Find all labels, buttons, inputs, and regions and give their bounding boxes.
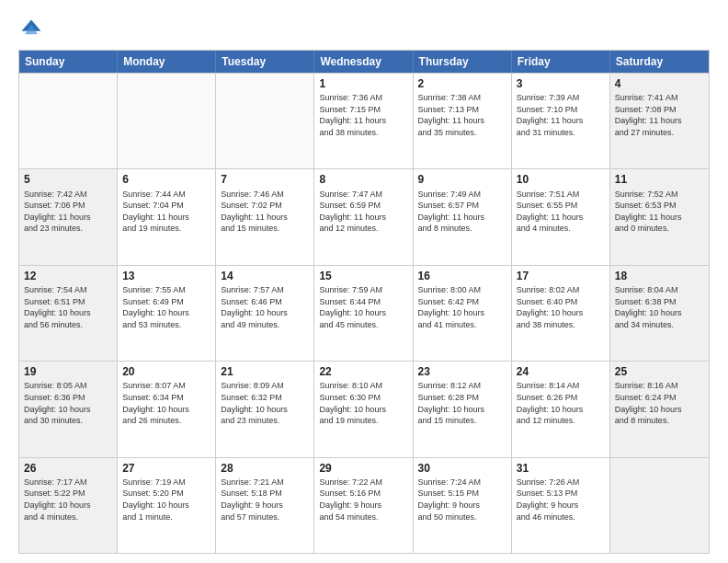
calendar: SundayMondayTuesdayWednesdayThursdayFrid… <box>18 50 710 554</box>
day-info: Sunrise: 7:55 AM Sunset: 6:49 PM Dayligh… <box>122 284 210 330</box>
day-info: Sunrise: 7:19 AM Sunset: 5:20 PM Dayligh… <box>122 477 210 523</box>
day-cell-9: 9Sunrise: 7:49 AM Sunset: 6:57 PM Daylig… <box>414 169 512 264</box>
header <box>18 17 710 42</box>
day-cell-1: 1Sunrise: 7:36 AM Sunset: 7:15 PM Daylig… <box>314 74 413 168</box>
day-info: Sunrise: 7:38 AM Sunset: 7:13 PM Dayligh… <box>418 92 506 138</box>
day-cell-26: 26Sunrise: 7:17 AM Sunset: 5:22 PM Dayli… <box>19 458 118 553</box>
day-cell-empty-0-1 <box>118 74 216 168</box>
day-cell-2: 2Sunrise: 7:38 AM Sunset: 7:13 PM Daylig… <box>414 74 512 168</box>
day-cell-15: 15Sunrise: 7:59 AM Sunset: 6:44 PM Dayli… <box>314 266 413 361</box>
day-cell-21: 21Sunrise: 8:09 AM Sunset: 6:32 PM Dayli… <box>216 362 314 456</box>
calendar-row-4: 26Sunrise: 7:17 AM Sunset: 5:22 PM Dayli… <box>19 457 709 553</box>
day-number: 12 <box>24 269 112 283</box>
logo-icon <box>18 17 44 42</box>
day-info: Sunrise: 7:52 AM Sunset: 6:53 PM Dayligh… <box>615 189 704 235</box>
day-info: Sunrise: 7:44 AM Sunset: 7:04 PM Dayligh… <box>122 189 210 235</box>
day-info: Sunrise: 8:00 AM Sunset: 6:42 PM Dayligh… <box>418 284 506 330</box>
day-cell-10: 10Sunrise: 7:51 AM Sunset: 6:55 PM Dayli… <box>512 169 610 264</box>
day-info: Sunrise: 8:10 AM Sunset: 6:30 PM Dayligh… <box>319 380 407 426</box>
day-info: Sunrise: 7:51 AM Sunset: 6:55 PM Dayligh… <box>517 189 605 235</box>
day-info: Sunrise: 7:39 AM Sunset: 7:10 PM Dayligh… <box>517 92 605 138</box>
day-number: 7 <box>221 172 309 187</box>
day-cell-20: 20Sunrise: 8:07 AM Sunset: 6:34 PM Dayli… <box>118 362 216 456</box>
day-number: 6 <box>122 172 210 187</box>
weekday-header-thursday: Thursday <box>414 51 512 73</box>
day-info: Sunrise: 8:02 AM Sunset: 6:40 PM Dayligh… <box>517 284 605 330</box>
calendar-row-3: 19Sunrise: 8:05 AM Sunset: 6:36 PM Dayli… <box>19 361 709 456</box>
calendar-row-1: 5Sunrise: 7:42 AM Sunset: 7:06 PM Daylig… <box>19 168 709 264</box>
day-info: Sunrise: 8:14 AM Sunset: 6:26 PM Dayligh… <box>517 380 605 426</box>
day-number: 9 <box>418 172 506 187</box>
day-number: 3 <box>517 76 605 91</box>
day-info: Sunrise: 8:12 AM Sunset: 6:28 PM Dayligh… <box>418 380 506 426</box>
day-cell-4: 4Sunrise: 7:41 AM Sunset: 7:08 PM Daylig… <box>610 74 709 168</box>
day-cell-3: 3Sunrise: 7:39 AM Sunset: 7:10 PM Daylig… <box>512 74 610 168</box>
day-cell-27: 27Sunrise: 7:19 AM Sunset: 5:20 PM Dayli… <box>118 458 216 553</box>
day-cell-14: 14Sunrise: 7:57 AM Sunset: 6:46 PM Dayli… <box>216 266 314 361</box>
day-cell-8: 8Sunrise: 7:47 AM Sunset: 6:59 PM Daylig… <box>314 169 413 264</box>
day-cell-29: 29Sunrise: 7:22 AM Sunset: 5:16 PM Dayli… <box>314 458 413 553</box>
day-cell-31: 31Sunrise: 7:26 AM Sunset: 5:13 PM Dayli… <box>512 458 610 553</box>
day-cell-11: 11Sunrise: 7:52 AM Sunset: 6:53 PM Dayli… <box>610 169 709 264</box>
calendar-body: 1Sunrise: 7:36 AM Sunset: 7:15 PM Daylig… <box>19 73 709 553</box>
day-cell-30: 30Sunrise: 7:24 AM Sunset: 5:15 PM Dayli… <box>414 458 512 553</box>
day-cell-empty-0-2 <box>216 74 314 168</box>
weekday-header-saturday: Saturday <box>610 51 709 73</box>
day-cell-13: 13Sunrise: 7:55 AM Sunset: 6:49 PM Dayli… <box>118 266 216 361</box>
day-cell-28: 28Sunrise: 7:21 AM Sunset: 5:18 PM Dayli… <box>216 458 314 553</box>
day-cell-6: 6Sunrise: 7:44 AM Sunset: 7:04 PM Daylig… <box>118 169 216 264</box>
calendar-header: SundayMondayTuesdayWednesdayThursdayFrid… <box>19 51 709 73</box>
weekday-header-tuesday: Tuesday <box>216 51 314 73</box>
day-info: Sunrise: 7:22 AM Sunset: 5:16 PM Dayligh… <box>319 477 407 523</box>
day-info: Sunrise: 7:26 AM Sunset: 5:13 PM Dayligh… <box>517 477 605 523</box>
day-number: 28 <box>221 461 309 476</box>
day-info: Sunrise: 8:04 AM Sunset: 6:38 PM Dayligh… <box>615 284 704 330</box>
day-number: 22 <box>319 364 407 379</box>
day-info: Sunrise: 7:17 AM Sunset: 5:22 PM Dayligh… <box>24 477 112 523</box>
day-cell-5: 5Sunrise: 7:42 AM Sunset: 7:06 PM Daylig… <box>19 169 118 264</box>
day-info: Sunrise: 8:07 AM Sunset: 6:34 PM Dayligh… <box>122 380 210 426</box>
day-info: Sunrise: 8:05 AM Sunset: 6:36 PM Dayligh… <box>24 380 112 426</box>
day-info: Sunrise: 7:57 AM Sunset: 6:46 PM Dayligh… <box>221 284 309 330</box>
day-info: Sunrise: 8:09 AM Sunset: 6:32 PM Dayligh… <box>221 380 309 426</box>
calendar-row-0: 1Sunrise: 7:36 AM Sunset: 7:15 PM Daylig… <box>19 73 709 168</box>
calendar-row-2: 12Sunrise: 7:54 AM Sunset: 6:51 PM Dayli… <box>19 265 709 361</box>
day-cell-7: 7Sunrise: 7:46 AM Sunset: 7:02 PM Daylig… <box>216 169 314 264</box>
day-cell-23: 23Sunrise: 8:12 AM Sunset: 6:28 PM Dayli… <box>414 362 512 456</box>
day-cell-12: 12Sunrise: 7:54 AM Sunset: 6:51 PM Dayli… <box>19 266 118 361</box>
weekday-header-sunday: Sunday <box>19 51 118 73</box>
day-number: 10 <box>517 172 605 187</box>
day-info: Sunrise: 7:47 AM Sunset: 6:59 PM Dayligh… <box>319 189 407 235</box>
day-cell-22: 22Sunrise: 8:10 AM Sunset: 6:30 PM Dayli… <box>314 362 413 456</box>
day-info: Sunrise: 7:49 AM Sunset: 6:57 PM Dayligh… <box>418 189 506 235</box>
day-number: 15 <box>319 269 407 283</box>
weekday-header-wednesday: Wednesday <box>314 51 413 73</box>
day-number: 21 <box>221 364 309 379</box>
day-number: 20 <box>122 364 210 379</box>
day-number: 11 <box>615 172 704 187</box>
day-number: 4 <box>615 76 704 91</box>
day-number: 29 <box>319 461 407 476</box>
day-cell-empty-0-0 <box>19 74 118 168</box>
day-number: 14 <box>221 269 309 283</box>
day-number: 8 <box>319 172 407 187</box>
weekday-header-friday: Friday <box>512 51 610 73</box>
day-number: 31 <box>517 461 605 476</box>
day-number: 23 <box>418 364 506 379</box>
day-number: 17 <box>517 269 605 283</box>
day-cell-18: 18Sunrise: 8:04 AM Sunset: 6:38 PM Dayli… <box>610 266 709 361</box>
day-cell-empty-4-6 <box>610 458 709 553</box>
day-cell-19: 19Sunrise: 8:05 AM Sunset: 6:36 PM Dayli… <box>19 362 118 456</box>
day-number: 5 <box>24 172 112 187</box>
day-info: Sunrise: 7:46 AM Sunset: 7:02 PM Dayligh… <box>221 189 309 235</box>
day-number: 30 <box>418 461 506 476</box>
day-info: Sunrise: 7:54 AM Sunset: 6:51 PM Dayligh… <box>24 284 112 330</box>
day-number: 2 <box>418 76 506 91</box>
day-number: 24 <box>517 364 605 379</box>
day-number: 13 <box>122 269 210 283</box>
day-number: 16 <box>418 269 506 283</box>
day-number: 18 <box>615 269 704 283</box>
day-info: Sunrise: 8:16 AM Sunset: 6:24 PM Dayligh… <box>615 380 704 426</box>
logo <box>18 17 48 42</box>
day-cell-16: 16Sunrise: 8:00 AM Sunset: 6:42 PM Dayli… <box>414 266 512 361</box>
